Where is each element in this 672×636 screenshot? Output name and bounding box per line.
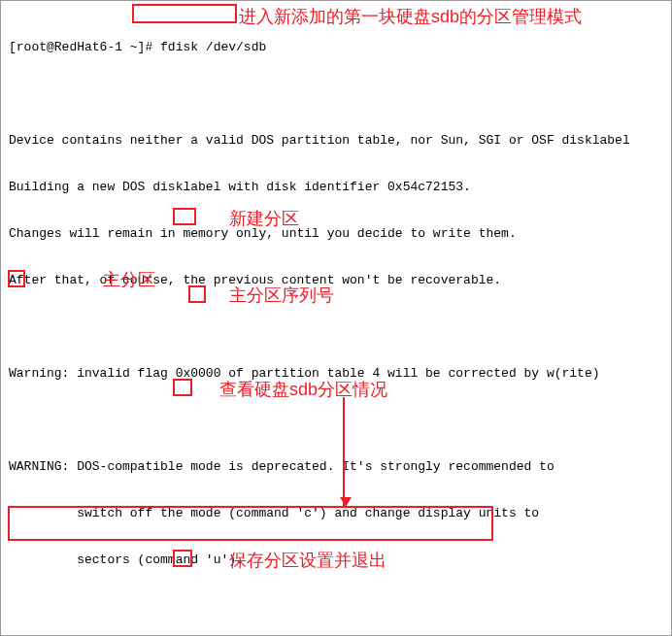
anno-primary: 主分区 bbox=[103, 268, 155, 291]
anno-enter-fdisk: 进入新添加的第一块硬盘sdb的分区管理模式 bbox=[239, 5, 582, 28]
anno-new-part: 新建分区 bbox=[229, 207, 299, 230]
anno-print-parts: 查看硬盘sdb分区情况 bbox=[219, 378, 387, 401]
msg-no-label: Device contains neither a valid DOS part… bbox=[9, 133, 663, 149]
box-cmd-fdisk bbox=[132, 4, 237, 23]
anno-save-quit: 保存分区设置并退出 bbox=[229, 549, 386, 572]
msg-changes-memory: Changes will remain in memory only, unti… bbox=[9, 226, 663, 242]
terminal-output: [root@RedHat6-1 ~]# fdisk /dev/sdb Devic… bbox=[9, 9, 663, 636]
shell-prompt: [root@RedHat6-1 ~]# bbox=[9, 40, 152, 54]
box-input-p-primary bbox=[8, 270, 25, 287]
box-input-w bbox=[173, 550, 192, 567]
arrow-print-to-table bbox=[343, 397, 345, 506]
msg-building: Building a new DOS disklabel with disk i… bbox=[9, 180, 663, 195]
box-input-partnum bbox=[188, 285, 206, 303]
cmd-fdisk: fdisk /dev/sdb bbox=[160, 40, 266, 54]
anno-primary-num: 主分区序列号 bbox=[229, 284, 334, 307]
box-input-p-print bbox=[173, 379, 192, 396]
box-input-n bbox=[173, 208, 196, 225]
box-partition-table bbox=[8, 506, 493, 541]
terminal-screenshot: [root@RedHat6-1 ~]# fdisk /dev/sdb Devic… bbox=[0, 0, 672, 636]
msg-warn-doscompat1: WARNING: DOS-compatible mode is deprecat… bbox=[9, 459, 663, 475]
